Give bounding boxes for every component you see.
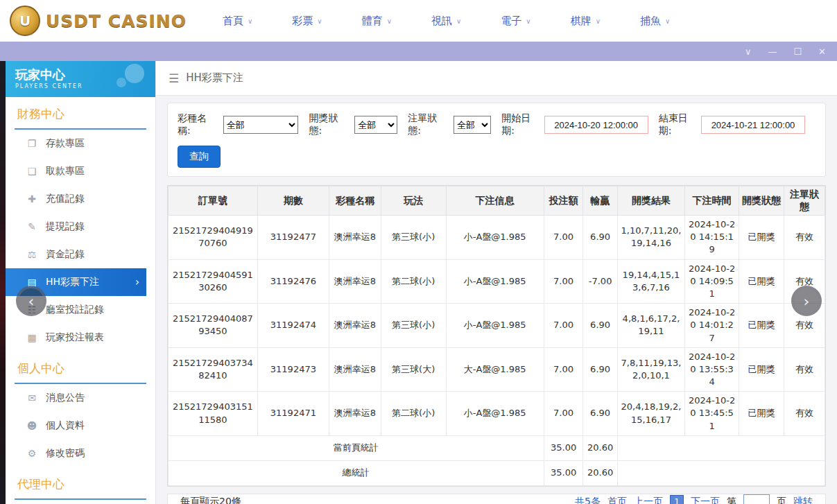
nav-item-electronic[interactable]: 電子∨: [501, 15, 530, 28]
filter-panel: 彩種名稱: 全部 開獎狀態: 全部 注單狀態: 全: [167, 103, 826, 177]
cell-result: 19,14,4,15,13,6,7,16: [617, 259, 685, 304]
per-page-label: 每頁顯示20條: [180, 496, 241, 504]
sidebar-item-label: 提現記錄: [46, 220, 85, 233]
cell-order-status: 有效: [784, 216, 825, 260]
table-header-row: 訂單號 期數 彩種名稱 玩法 下注信息 投注額 輸贏 開獎結果 下注時間 開獎狀…: [169, 186, 825, 216]
logo-icon: U: [10, 6, 40, 36]
order-status-select[interactable]: 全部: [454, 116, 491, 134]
cell-amount: 7.00: [544, 216, 583, 260]
carousel-left-arrow[interactable]: ‹: [16, 286, 46, 316]
nav-item-fishing[interactable]: 捕魚∨: [640, 15, 670, 28]
nav-item-sports[interactable]: 體育∨: [362, 15, 392, 28]
nav-item-label: 首頁: [223, 15, 243, 28]
draw-status-select[interactable]: 全部: [354, 116, 397, 134]
cell-win-loss: 6.90: [583, 392, 617, 436]
breadcrumb: ☰ HH彩票下注: [156, 61, 837, 96]
window-close-icon[interactable]: ✕: [818, 47, 826, 56]
grand-total-label: 總統計: [169, 460, 544, 485]
deposit-icon: ❐: [26, 138, 37, 149]
section-title-finance: 財務中心: [15, 97, 146, 130]
workspace: 玩家中心 PLAYERS CENTER 財務中心 ❐ 存款專區 ❑ 取款專區 ✚…: [0, 61, 837, 504]
current-page-badge[interactable]: 1: [670, 495, 684, 504]
sidebar-item-player-bet-report[interactable]: ▦ 玩家投注報表: [6, 324, 146, 351]
cell-draw-status: 已開獎: [739, 347, 784, 392]
sidebar-item-label: 玩家投注報表: [46, 331, 104, 344]
background-page-strip: [0, 61, 6, 504]
jump-go-link[interactable]: 跳转: [793, 496, 813, 504]
sidebar-item-announcements[interactable]: ✉ 消息公告: [6, 384, 146, 412]
nav-item-label: 彩票: [292, 15, 313, 28]
jump-page-input[interactable]: [743, 494, 770, 504]
menu-icon[interactable]: ☰: [169, 71, 179, 85]
end-date-input[interactable]: [701, 116, 805, 134]
col-draw-result: 開獎結果: [617, 186, 685, 216]
players-center-subtitle: PLAYERS CENTER: [15, 83, 146, 89]
chevron-down-icon: ∨: [526, 17, 530, 25]
table-row: 2152172940491970760 31192477 澳洲幸运8 第三球(小…: [169, 216, 825, 260]
order-status-label: 注單狀態:: [408, 112, 449, 137]
lottery-name-select[interactable]: 全部: [223, 116, 299, 134]
window-maximize-icon[interactable]: ☐: [793, 47, 802, 56]
logo[interactable]: U USDT CASINO: [10, 6, 187, 36]
col-win-loss: 輸贏: [583, 186, 617, 216]
carousel-right-arrow[interactable]: ›: [791, 286, 822, 316]
page-title: HH彩票下注: [186, 71, 243, 85]
cell-lottery: 澳洲幸运8: [329, 392, 381, 436]
window-minimize-icon[interactable]: —: [768, 47, 777, 56]
col-draw-status: 開獎狀態: [739, 186, 784, 216]
cell-result: 1,10,7,11,20,19,14,16: [617, 216, 685, 260]
sidebar-item-recharge-record[interactable]: ✚ 充值記錄: [6, 185, 146, 213]
start-date-input[interactable]: [544, 116, 648, 134]
cell-issue: 31192477: [257, 216, 329, 260]
cell-issue: 31192476: [257, 259, 329, 304]
next-page-link[interactable]: 下一页: [691, 496, 720, 504]
cell-order-status: 有效: [784, 392, 825, 436]
cell-result: 20,4,18,19,2,15,16,17: [617, 392, 685, 436]
window-collapse-icon[interactable]: ∨: [745, 47, 752, 56]
logo-text: USDT CASINO: [46, 11, 187, 31]
sidebar-item-label: HH彩票下注: [46, 276, 99, 288]
sidebar-item-profile[interactable]: ☻ 個人資料: [6, 412, 146, 440]
chevron-down-icon: ∨: [665, 17, 670, 25]
page-total-win-loss: 20.60: [583, 435, 617, 460]
col-issue: 期數: [257, 186, 329, 216]
funds-record-icon: ⚖: [26, 249, 37, 260]
cell-play: 第三球(小): [381, 304, 446, 348]
col-bet-amount: 投注額: [544, 186, 583, 216]
cell-order-id: 2152172940373482410: [169, 347, 258, 392]
end-date-label: 結束日期:: [659, 112, 696, 137]
sidebar-item-withdrawal-record[interactable]: ✎ 提現記錄: [6, 213, 146, 241]
cell-bet-time: 2024-10-20 13:45:51: [685, 392, 739, 436]
nav-item-chess[interactable]: 棋牌∨: [571, 15, 601, 28]
prev-page-link[interactable]: 上一页: [634, 496, 663, 504]
grand-total-win-loss: 20.60: [583, 460, 617, 485]
sidebar-item-withdraw[interactable]: ❑ 取款專區: [6, 157, 146, 185]
nav-item-label: 電子: [501, 15, 521, 28]
sidebar-item-deposit[interactable]: ❐ 存款專區: [6, 130, 146, 157]
cell-bet-time: 2024-10-20 14:01:27: [685, 304, 739, 348]
withdrawal-record-icon: ✎: [26, 221, 37, 232]
page-total-label: 當前頁統計: [169, 435, 544, 460]
cell-draw-status: 已開獎: [739, 304, 784, 348]
sidebar-item-funds-record[interactable]: ⚖ 資金記錄: [6, 241, 146, 268]
nav-item-home[interactable]: 首頁∨: [223, 15, 252, 28]
page-total-amount: 35.00: [544, 435, 583, 460]
cell-win-loss: -7.00: [583, 259, 617, 304]
pagination-bar: 每頁顯示20條 共5条 首页 上一页 1 下一页 第 页 跳转: [167, 494, 826, 504]
recharge-record-icon: ✚: [26, 193, 37, 205]
nav-item-lottery[interactable]: 彩票∨: [292, 15, 322, 28]
cell-amount: 7.00: [544, 392, 583, 436]
cell-bet-info: 大-A盤@1.985: [446, 347, 544, 392]
nav-item-video[interactable]: 視訊∨: [431, 15, 461, 28]
col-order-id: 訂單號: [169, 186, 258, 216]
cell-draw-status: 已開獎: [739, 216, 784, 260]
top-navigation-bar: U USDT CASINO 首頁∨ 彩票∨ 體育∨ 視訊∨ 電子∨ 棋牌∨ 捕魚…: [0, 0, 837, 42]
announcement-icon: ✉: [26, 392, 37, 403]
lottery-name-label: 彩種名稱:: [178, 112, 218, 137]
search-button[interactable]: 查詢: [178, 146, 221, 168]
first-page-link[interactable]: 首页: [607, 496, 627, 504]
sidebar-item-change-password[interactable]: ⚙ 修改密碼: [6, 440, 146, 467]
sidebar-item-label: 資金記錄: [46, 248, 85, 261]
table-row: 2152172940373482410 31192473 澳洲幸运8 第三球(大…: [169, 347, 825, 392]
window-titlebar: ∨ — ☐ ✕: [0, 42, 837, 61]
